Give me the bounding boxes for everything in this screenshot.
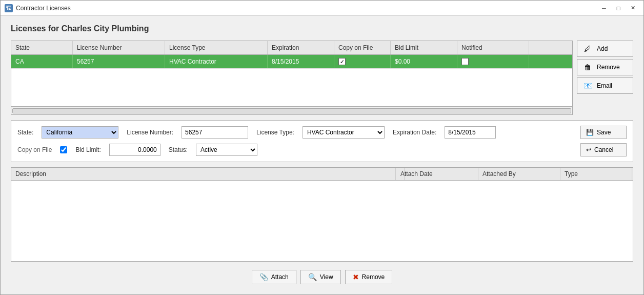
- side-buttons: 🖊 Add 🗑 Remove 📧 Email: [577, 41, 633, 115]
- copy-on-file-check-display: [338, 58, 346, 65]
- cell-license-number: 56257: [73, 55, 165, 68]
- cancel-area: ↩ Cancel: [580, 143, 627, 156]
- save-label: Save: [597, 129, 611, 136]
- cell-notified: [457, 55, 529, 68]
- state-select[interactable]: California: [42, 126, 118, 139]
- remove-button[interactable]: 🗑 Remove: [577, 59, 633, 75]
- save-area: 💾 Save: [580, 126, 627, 139]
- bid-limit-input[interactable]: [109, 144, 160, 156]
- save-icon: 💾: [586, 129, 594, 136]
- add-label: Add: [597, 45, 608, 52]
- col-state: State: [11, 41, 73, 54]
- form-row-1: State: California License Number: Licens…: [17, 126, 627, 139]
- close-button[interactable]: ✕: [626, 3, 639, 13]
- remove-label: Remove: [597, 64, 620, 71]
- attach-icon: 📎: [259, 273, 268, 281]
- attachments-section: Description Attach Date Attached By Type: [11, 167, 633, 262]
- notified-check-display: [461, 58, 469, 65]
- attach-col-end: [632, 168, 633, 180]
- expiration-date-input[interactable]: [445, 126, 496, 139]
- license-type-label: License Type:: [256, 129, 294, 136]
- title-bar-left: 🏗 Contractor Licenses: [5, 4, 71, 12]
- cell-bid-limit: $0.00: [391, 55, 457, 68]
- title-bar: 🏗 Contractor Licenses ─ □ ✕: [1, 1, 643, 16]
- col-license-number: License Number: [73, 41, 165, 54]
- attach-col-description: Description: [11, 168, 396, 180]
- cell-license-type: HVAC Contractor: [165, 55, 268, 68]
- toolbar-remove-label: Remove: [362, 273, 385, 281]
- attach-table-header: Description Attach Date Attached By Type: [11, 168, 633, 181]
- attach-col-attached-by: Attached By: [478, 168, 560, 180]
- cancel-button[interactable]: ↩ Cancel: [580, 143, 627, 156]
- main-window: 🏗 Contractor Licenses ─ □ ✕ Licenses for…: [0, 0, 644, 295]
- license-number-input[interactable]: [182, 126, 248, 139]
- cancel-label: Cancel: [594, 146, 613, 153]
- status-select[interactable]: Active Inactive: [196, 144, 257, 156]
- table-header: State License Number License Type Expira…: [11, 41, 572, 55]
- toolbar-remove-button[interactable]: ✖ Remove: [345, 270, 393, 284]
- window-title: Contractor Licenses: [16, 5, 71, 12]
- attach-button[interactable]: 📎 Attach: [252, 270, 296, 284]
- toolbar-remove-icon: ✖: [353, 273, 359, 281]
- attach-body: [11, 181, 633, 261]
- scroll-track: [12, 108, 571, 113]
- form-row-2: Copy on File Bid Limit: Status: Active I…: [17, 143, 627, 156]
- attach-col-attach-date: Attach Date: [396, 168, 478, 180]
- window-controls: ─ □ ✕: [597, 3, 639, 13]
- state-label: State:: [17, 129, 33, 136]
- expiration-date-label: Expiration Date:: [393, 129, 436, 136]
- page-title: Licenses for Charles City Plumbing: [11, 24, 633, 33]
- licenses-section: State License Number License Type Expira…: [11, 41, 633, 115]
- license-type-select[interactable]: HVAC Contractor: [303, 126, 385, 139]
- cell-expiration: 8/15/2015: [268, 55, 334, 68]
- table-scrollbar[interactable]: [11, 106, 572, 114]
- col-license-type: License Type: [165, 41, 268, 54]
- main-content: Licenses for Charles City Plumbing State…: [1, 16, 643, 294]
- cancel-icon: ↩: [586, 146, 591, 153]
- minimize-button[interactable]: ─: [597, 3, 611, 13]
- app-icon: 🏗: [5, 4, 13, 12]
- view-icon: 🔍: [308, 273, 317, 281]
- form-section: State: California License Number: Licens…: [11, 120, 633, 162]
- col-bid-limit: Bid Limit: [391, 41, 457, 54]
- copy-on-file-label: Copy on File: [17, 146, 52, 153]
- attach-label: Attach: [271, 273, 289, 281]
- bottom-toolbar: 📎 Attach 🔍 View ✖ Remove: [11, 267, 633, 286]
- cell-copy-on-file: [334, 55, 391, 68]
- view-button[interactable]: 🔍 View: [300, 270, 341, 284]
- save-button[interactable]: 💾 Save: [580, 126, 627, 139]
- add-button[interactable]: 🖊 Add: [577, 41, 633, 57]
- attach-col-type: Type: [560, 168, 632, 180]
- licenses-table-container: State License Number License Type Expira…: [11, 41, 573, 115]
- table-body: CA 56257 HVAC Contractor 8/15/2015 $0.00: [11, 55, 572, 106]
- bid-limit-label: Bid Limit:: [75, 146, 100, 153]
- add-icon: 🖊: [581, 44, 594, 54]
- cell-state: CA: [11, 55, 73, 68]
- email-button[interactable]: 📧 Email: [577, 77, 633, 94]
- col-copy-on-file: Copy on File: [334, 41, 391, 54]
- table-row[interactable]: CA 56257 HVAC Contractor 8/15/2015 $0.00: [11, 55, 572, 69]
- email-label: Email: [597, 82, 612, 89]
- col-expiration: Expiration: [268, 41, 334, 54]
- status-label: Status:: [169, 146, 188, 153]
- email-icon: 📧: [581, 81, 594, 91]
- license-number-label: License Number:: [127, 129, 173, 136]
- view-label: View: [320, 273, 333, 281]
- copy-on-file-checkbox[interactable]: [60, 146, 67, 153]
- maximize-button[interactable]: □: [612, 3, 625, 13]
- col-notified: Notified: [457, 41, 529, 54]
- remove-icon: 🗑: [581, 62, 594, 72]
